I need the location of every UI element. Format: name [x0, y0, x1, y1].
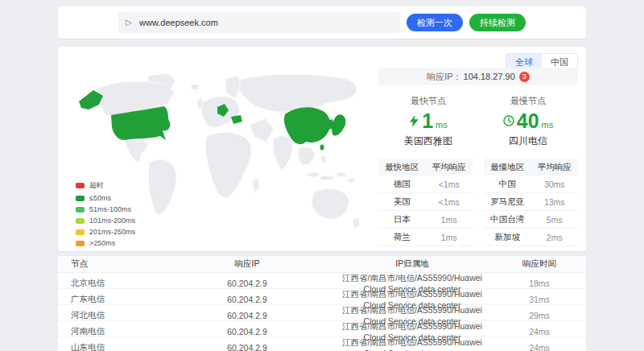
legend-label: 超时 [89, 180, 104, 191]
ip-count-badge[interactable]: 3 [519, 72, 530, 82]
node-name: 河南电信 [58, 326, 163, 337]
legend-swatch [76, 196, 85, 201]
map-country-china [284, 107, 331, 144]
region-avg-time: 2ms [531, 233, 579, 242]
table-row: 河北电信 60.204.2.9 江西省/南昌市/电信/AS55990/Huawe… [58, 305, 586, 321]
col-response-ip: 响应IP [163, 258, 332, 270]
legend-swatch [76, 241, 85, 246]
region-row: 德国 <1ms [378, 176, 473, 193]
region-name: 罗马尼亚 [484, 196, 531, 208]
region-name: 美国 [378, 196, 426, 208]
legend-item: 51ms-100ms [76, 205, 135, 213]
map-country-indonesia [336, 172, 346, 177]
map-region-southeast-asia [298, 147, 315, 165]
legend-swatch [76, 218, 85, 224]
node-ip: 60.204.2.9 [163, 327, 332, 337]
col-node: 节点 [58, 258, 163, 270]
node-table-header: 节点 响应IP IP归属地 响应时间 [58, 256, 586, 273]
node-name: 山东电信 [58, 342, 163, 351]
test-once-button[interactable]: 检测一次 [407, 14, 463, 31]
legend-item: >250ms [76, 239, 135, 247]
response-ip-value: 104.18.27.90 [464, 72, 515, 81]
table-row: 河南电信 60.204.2.9 江西省/南昌市/电信/AS55990/Huawe… [58, 321, 586, 337]
region-row: 中国台湾 5ms [484, 211, 578, 229]
clock-icon [503, 115, 514, 126]
region-avg-time: 5ms [531, 215, 579, 225]
col-response-time: 响应时间 [493, 258, 586, 270]
legend-label: 201ms-250ms [89, 228, 135, 236]
legend-item: 101ms-200ms [76, 217, 135, 225]
node-ip: 60.204.2.9 [163, 343, 332, 351]
region-row: 日本 1ms [378, 211, 473, 229]
fastest-node-title: 最快节点 [378, 95, 478, 107]
url-input[interactable] [118, 12, 400, 33]
map-country-new-zealand [353, 217, 360, 229]
table-row: 广东电信 60.204.2.9 江西省/南昌市/电信/AS55990/Huawe… [58, 289, 586, 305]
play-icon: ▷ [126, 17, 132, 28]
node-ip: 60.204.2.9 [163, 279, 332, 288]
map-country-indonesia [307, 172, 320, 177]
map-country-russia [240, 74, 357, 112]
region-row: 荷兰 1ms [378, 229, 473, 246]
map-country-japan [332, 114, 345, 135]
region-avg-time: 30ms [531, 180, 579, 189]
region-avg-time: 1ms [426, 233, 473, 242]
fastest-node-card: 最快节点 1 ms 美国西雅图 [378, 95, 478, 148]
legend-swatch [76, 183, 85, 188]
region-avg-time: 13ms [531, 197, 579, 207]
map-region-middle-east [250, 118, 274, 142]
node-name: 北京电信 [58, 278, 163, 289]
node-time: 31ms [493, 295, 586, 304]
map-continent-south-america [148, 159, 176, 215]
map-country-indonesia [320, 176, 334, 180]
fastest-regions-col-region: 最快地区 [378, 162, 426, 173]
node-ip: 60.204.2.9 [163, 295, 332, 304]
map-country-mexico [124, 140, 149, 163]
legend-swatch [76, 229, 85, 235]
region-name: 荷兰 [378, 232, 426, 243]
continuous-test-button[interactable]: 持续检测 [469, 14, 526, 31]
region-row: 中国 30ms [484, 176, 578, 193]
slowest-node-unit: ms [542, 120, 554, 130]
response-ip-label: 响应IP： [427, 71, 461, 83]
legend-label: ≤50ms [89, 194, 111, 202]
node-time: 24ms [493, 327, 586, 337]
slowest-node-title: 最慢节点 [478, 95, 578, 107]
node-time: 24ms [493, 343, 586, 351]
legend-label: 51ms-100ms [89, 205, 131, 213]
legend-label: 101ms-200ms [89, 217, 135, 225]
result-card: 全球 中国 [58, 47, 586, 251]
response-ip-bar: 响应IP： 104.18.27.90 3 [378, 68, 578, 85]
region-row: 美国 <1ms [378, 193, 473, 211]
table-row: 北京电信 60.204.2.9 江西省/南昌市/电信/AS55990/Huawe… [58, 273, 586, 289]
node-location: 江西省/南昌市/电信/AS55990/Huawei Cloud Service … [332, 337, 493, 351]
region-name: 中国 [484, 179, 531, 190]
region-name: 日本 [378, 214, 426, 225]
legend-label: >250ms [89, 239, 115, 247]
fastest-regions-col-avg: 平均响应 [426, 162, 473, 173]
node-table-body: 北京电信 60.204.2.9 江西省/南昌市/电信/AS55990/Huawe… [58, 273, 586, 351]
region-avg-time: <1ms [426, 197, 473, 207]
table-row: 山东电信 60.204.2.9 江西省/南昌市/电信/AS55990/Huawe… [58, 337, 586, 351]
region-name: 德国 [378, 179, 426, 190]
slowest-regions-col-region: 最慢地区 [484, 162, 531, 173]
node-table-card: 节点 响应IP IP归属地 响应时间 北京电信 60.204.2.9 江西省/南… [58, 256, 586, 351]
region-avg-time: 1ms [426, 215, 473, 225]
col-ip-location: IP归属地 [332, 258, 493, 270]
slowest-regions-table: 最慢地区 平均响应 中国 30ms 罗马尼亚 13ms 中国台湾 5ms 新加坡… [484, 159, 578, 246]
map-country-philippines [321, 155, 326, 163]
legend-item: 超时 [76, 180, 135, 191]
node-ip: 60.204.2.9 [163, 311, 332, 320]
region-row: 新加坡 2ms [484, 229, 578, 246]
slowest-node-value: 40 [517, 109, 539, 132]
search-card: ▷ 检测一次 持续检测 [58, 6, 586, 39]
slowest-regions-col-avg: 平均响应 [531, 162, 579, 173]
fastest-regions-table: 最快地区 平均响应 德国 <1ms 美国 <1ms 日本 1ms 荷兰 1ms [378, 159, 473, 246]
lightning-icon [409, 115, 419, 127]
url-input-wrap: ▷ [118, 12, 400, 33]
map-country-iceland [191, 85, 199, 90]
legend-item: ≤50ms [76, 194, 135, 202]
map-region-taiwan [320, 145, 324, 151]
slowest-node-location: 四川电信 [478, 134, 578, 148]
map-country-papua [347, 179, 355, 183]
